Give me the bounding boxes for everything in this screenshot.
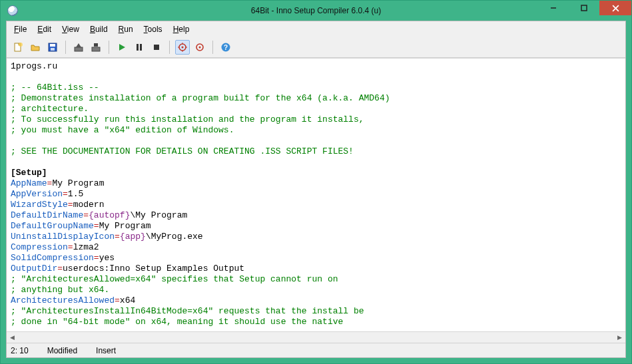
scroll-left-icon[interactable]: ◀ xyxy=(7,332,18,343)
app-icon xyxy=(7,5,18,16)
target-icon[interactable] xyxy=(192,40,207,55)
toolbar: ? xyxy=(7,37,625,58)
new-icon[interactable] xyxy=(11,40,25,55)
window-controls xyxy=(538,1,631,15)
run-icon[interactable] xyxy=(115,40,129,55)
close-button[interactable] xyxy=(599,1,631,15)
menu-tools[interactable]: Tools xyxy=(139,23,167,36)
menu-build[interactable]: Build xyxy=(85,23,113,36)
title-bar: 64Bit - Inno Setup Compiler 6.0.4 (u) xyxy=(1,1,631,21)
editor-area: 1progs.ru ; -- 64Bit.iss -- ; Demonstrat… xyxy=(7,58,625,343)
menu-edit[interactable]: Edit xyxy=(33,23,56,36)
toolbar-separator xyxy=(212,41,213,54)
toolbar-separator xyxy=(169,41,170,54)
svg-rect-10 xyxy=(75,47,83,51)
svg-rect-16 xyxy=(154,45,159,50)
svg-rect-14 xyxy=(137,44,139,51)
svg-rect-8 xyxy=(50,44,55,47)
minimize-button[interactable] xyxy=(538,1,569,15)
svg-rect-11 xyxy=(92,47,100,51)
open-icon[interactable] xyxy=(28,40,43,55)
target-debug-icon[interactable] xyxy=(175,40,190,55)
menu-help[interactable]: Help xyxy=(168,23,194,36)
svg-rect-12 xyxy=(94,43,98,47)
save-icon[interactable] xyxy=(45,40,60,55)
scroll-right-icon[interactable]: ▶ xyxy=(614,332,625,343)
toolbar-separator xyxy=(109,41,109,54)
svg-marker-13 xyxy=(119,44,125,51)
menu-bar: File Edit View Build Run Tools Help xyxy=(7,21,625,37)
help-icon[interactable]: ? xyxy=(218,40,233,55)
svg-rect-1 xyxy=(581,5,587,11)
svg-point-6 xyxy=(19,43,23,47)
toolbar-separator xyxy=(65,41,66,54)
insert-mode: Insert xyxy=(96,346,116,355)
scroll-track[interactable] xyxy=(18,332,614,343)
menu-file[interactable]: File xyxy=(9,23,31,36)
pause-icon[interactable] xyxy=(132,40,147,55)
stop-compile-icon[interactable] xyxy=(89,40,103,55)
svg-point-18 xyxy=(182,47,184,49)
svg-rect-15 xyxy=(140,44,142,51)
horizontal-scrollbar[interactable]: ◀ ▶ xyxy=(7,331,625,343)
code-editor[interactable]: 1progs.ru ; -- 64Bit.iss -- ; Demonstrat… xyxy=(7,59,625,331)
menu-run[interactable]: Run xyxy=(114,23,138,36)
maximize-button[interactable] xyxy=(569,1,599,15)
cursor-position: 2: 10 xyxy=(11,346,29,355)
compile-icon[interactable] xyxy=(71,40,86,55)
modified-status: Modified xyxy=(47,346,77,355)
svg-point-24 xyxy=(199,47,201,49)
window-title: 64Bit - Inno Setup Compiler 6.0.4 (u) xyxy=(251,6,381,15)
svg-text:?: ? xyxy=(224,44,228,51)
svg-rect-9 xyxy=(51,48,55,51)
status-bar: 2: 10 Modified Insert xyxy=(7,343,625,357)
stop-icon[interactable] xyxy=(149,40,164,55)
menu-view[interactable]: View xyxy=(57,23,84,36)
